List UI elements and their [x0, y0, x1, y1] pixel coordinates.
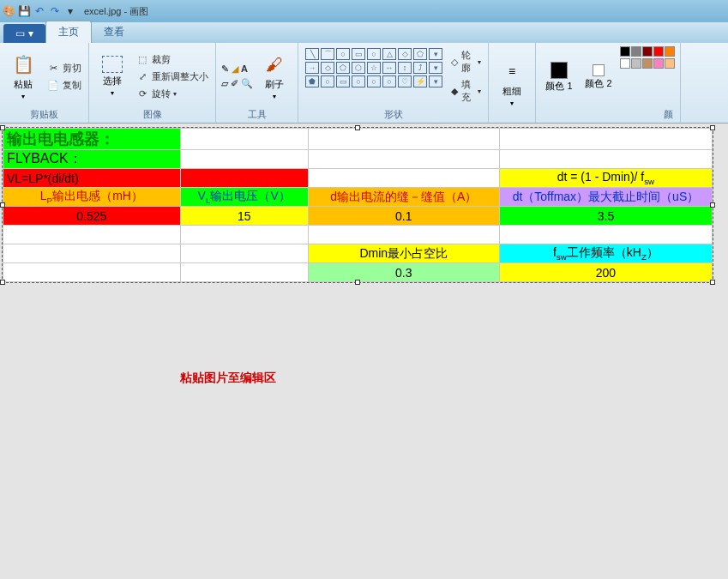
picker-icon[interactable]: ✐: [231, 78, 238, 89]
palette-color[interactable]: [631, 58, 641, 69]
file-tab[interactable]: ▭▾: [3, 24, 45, 43]
palette-color[interactable]: [620, 58, 630, 69]
zoom-icon[interactable]: 🔍: [241, 78, 253, 89]
paste-icon: 📋: [11, 52, 35, 76]
group-size: ≡ 粗细 ▾: [489, 43, 536, 123]
text-icon[interactable]: A: [241, 63, 248, 75]
fill-button[interactable]: ◆填充▾: [448, 77, 483, 105]
undo-icon[interactable]: ↶: [33, 4, 46, 18]
sel-handle[interactable]: [355, 280, 360, 285]
palette-color[interactable]: [653, 58, 664, 69]
cell: 输出电电感器：: [3, 129, 181, 150]
cell: fsw工作频率（kHZ）: [499, 244, 712, 263]
cell: FLYBACK：: [3, 150, 181, 169]
cell: 200: [499, 263, 712, 282]
cut-button[interactable]: ✂剪切: [45, 60, 83, 75]
outline-icon: ◇: [449, 55, 459, 69]
crop-button[interactable]: ⬚裁剪: [134, 51, 210, 67]
color1-button[interactable]: 颜色 1: [541, 46, 577, 106]
cell: d输出电流的缝－缝值（A）: [308, 188, 499, 207]
cell: [180, 169, 308, 188]
fill-shape-icon: ◆: [449, 84, 459, 98]
dropdown-icon: ▾: [111, 89, 114, 97]
cell: 15: [180, 207, 308, 226]
group-image: 选择 ▾ ⬚裁剪 ⤢重新调整大小 ⟳旋转▾ 图像: [89, 43, 216, 123]
spreadsheet-image: 输出电电感器： FLYBACK： VL=LP*(di/dt) dt = (1 -…: [3, 128, 713, 282]
cell: 0.3: [308, 263, 499, 282]
palette-color[interactable]: [653, 46, 664, 57]
sel-handle[interactable]: [0, 125, 5, 130]
brush-button[interactable]: 🖌 刷子 ▾: [256, 46, 292, 106]
group-label: 剪贴板: [5, 106, 83, 121]
color-palette[interactable]: [620, 46, 675, 106]
eraser-icon[interactable]: ▱: [221, 78, 228, 89]
sel-handle[interactable]: [710, 280, 715, 285]
sel-handle[interactable]: [710, 202, 715, 208]
paste-hint: 粘贴图片至编辑区: [180, 371, 276, 386]
sel-handle[interactable]: [0, 280, 5, 285]
color2-button[interactable]: 颜色 2: [581, 46, 617, 106]
color2-swatch: [593, 64, 605, 76]
quick-access-toolbar: 🎨 💾 ↶ ↷ ▾: [2, 4, 77, 18]
cell: Dmin最小占空比: [308, 244, 499, 263]
title-bar: 🎨 💾 ↶ ↷ ▾ excel.jpg - 画图: [0, 0, 728, 22]
palette-color[interactable]: [642, 58, 653, 69]
paste-button[interactable]: 📋 粘贴 ▾: [5, 46, 41, 106]
tab-home[interactable]: 主页: [45, 21, 92, 43]
fill-icon[interactable]: ◢: [232, 63, 238, 75]
pencil-icon[interactable]: ✎: [221, 63, 229, 75]
palette-color[interactable]: [631, 46, 641, 57]
selection-box[interactable]: 输出电电感器： FLYBACK： VL=LP*(di/dt) dt = (1 -…: [2, 127, 713, 283]
dropdown-icon: ▾: [510, 100, 514, 107]
cell: 0.1: [308, 207, 499, 226]
ribbon-tabs: ▭▾ 主页 查看: [0, 22, 728, 43]
size-icon: ≡: [500, 59, 524, 83]
file-menu-icon: ▭: [15, 27, 25, 39]
palette-color[interactable]: [665, 46, 675, 57]
crop-icon: ⬚: [135, 52, 149, 66]
dropdown-icon: ▾: [273, 93, 276, 100]
cell: dt = (1 - Dmin)/ fsw: [499, 169, 712, 188]
group-label: 颜: [541, 106, 675, 121]
copy-button[interactable]: 📄复制: [45, 77, 83, 93]
rotate-button[interactable]: ⟳旋转▾: [134, 86, 210, 101]
copy-icon: 📄: [46, 78, 60, 92]
cell: 0.525: [3, 207, 181, 226]
shape-gallery[interactable]: ╲⌒○▭○△◇⬠▾ →◇⬠⬡☆↔↕⤴▾ ⬟○▭○○○♡⚡▾: [304, 46, 444, 106]
dropdown-icon: ▾: [21, 93, 25, 100]
rotate-icon: ⟳: [135, 87, 149, 100]
cell: VL输出电压（V）: [180, 188, 308, 207]
dropdown-icon: ▾: [173, 90, 177, 98]
qat-dropdown-icon[interactable]: ▾: [63, 4, 77, 18]
cell: 3.5: [499, 207, 712, 226]
resize-button[interactable]: ⤢重新调整大小: [134, 69, 210, 84]
app-icon: 🎨: [2, 4, 15, 18]
cell: VL=LP*(di/dt): [3, 169, 181, 188]
sel-handle[interactable]: [355, 125, 360, 130]
tab-view[interactable]: 查看: [92, 21, 136, 43]
group-clipboard: 📋 粘贴 ▾ ✂剪切 📄复制 剪贴板: [0, 43, 89, 123]
sel-handle[interactable]: [0, 202, 5, 208]
color1-swatch: [551, 62, 568, 79]
ribbon: 📋 粘贴 ▾ ✂剪切 📄复制 剪贴板 选择 ▾ ⬚裁剪 ⤢重新调整大小 ⟳旋转▾: [0, 43, 728, 124]
file-dropdown-icon: ▾: [28, 27, 33, 39]
select-button[interactable]: 选择 ▾: [94, 46, 130, 106]
group-colors: 颜色 1 颜色 2 颜: [536, 43, 681, 123]
group-shapes: ╲⌒○▭○△◇⬠▾ →◇⬠⬡☆↔↕⤴▾ ⬟○▭○○○♡⚡▾ ◇轮廓▾ ◆填充▾ …: [298, 43, 489, 123]
group-tools: ✎ ◢ A ▱ ✐ 🔍 🖌 刷子 ▾ 工具: [216, 43, 298, 123]
cell: LP输出电感（mH）: [3, 188, 181, 207]
save-icon[interactable]: 💾: [17, 4, 31, 18]
palette-color[interactable]: [665, 58, 675, 69]
sel-handle[interactable]: [710, 125, 715, 130]
size-button[interactable]: ≡ 粗细 ▾: [494, 46, 530, 119]
cell: dt（Toffmax）最大截止时间（uS）: [499, 188, 712, 207]
redo-icon[interactable]: ↷: [48, 4, 62, 18]
canvas-area[interactable]: 输出电电感器： FLYBACK： VL=LP*(di/dt) dt = (1 -…: [0, 124, 728, 579]
document-title: excel.jpg - 画图: [84, 5, 148, 18]
group-label: 形状: [304, 106, 483, 121]
outline-button[interactable]: ◇轮廓▾: [448, 48, 483, 75]
palette-color[interactable]: [642, 46, 653, 57]
group-label: 工具: [221, 106, 292, 121]
palette-color[interactable]: [620, 46, 630, 57]
select-icon: [102, 56, 123, 73]
